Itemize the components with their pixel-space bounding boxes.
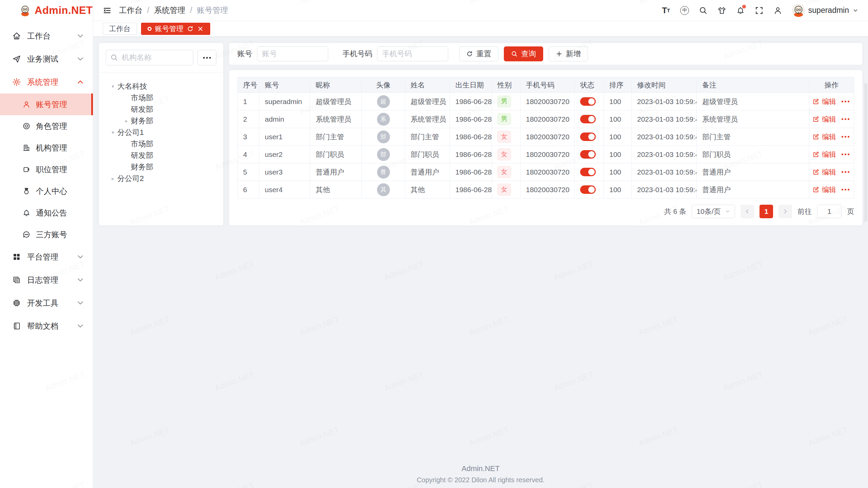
status-toggle[interactable] [580, 115, 596, 123]
caret-right-icon[interactable]: ▸ [108, 176, 117, 182]
breadcrumb-item[interactable]: 系统管理 [154, 5, 185, 16]
menu-item-dev-tools[interactable]: 开发工具 [0, 291, 93, 314]
tree-node[interactable]: 市场部 [106, 92, 216, 104]
row-more-button[interactable] [840, 187, 851, 192]
font-size-icon[interactable]: TT [662, 6, 671, 15]
edit-button[interactable]: 编辑 [812, 115, 836, 124]
tab-account-management[interactable]: 账号管理 [141, 23, 210, 35]
brand-name: Admin.NET [35, 4, 93, 17]
account-input[interactable] [257, 46, 328, 61]
edit-button[interactable]: 编辑 [812, 132, 836, 142]
submenu-label: 三方账号 [36, 229, 67, 240]
gender-badge: 女 [497, 166, 511, 178]
edit-icon [812, 98, 820, 105]
status-toggle[interactable] [580, 185, 596, 194]
tree-more-button[interactable] [197, 50, 216, 65]
tab-workbench[interactable]: 工作台 [103, 23, 137, 35]
tree-node-label: 分公司2 [117, 174, 144, 184]
menu-item-help-docs[interactable]: 帮助文档 [0, 314, 93, 338]
tree-node[interactable]: 研发部 [106, 104, 216, 115]
breadcrumb-item[interactable]: 工作台 [119, 5, 142, 16]
notification-icon[interactable] [736, 6, 745, 15]
edit-button[interactable]: 编辑 [812, 150, 836, 159]
edit-button[interactable]: 编辑 [812, 185, 836, 195]
status-toggle[interactable] [580, 97, 596, 106]
search-icon[interactable] [699, 6, 708, 15]
main-column: 工作台 / 系统管理 / 账号管理 TT 中 [93, 0, 868, 488]
submenu-item-org-management[interactable]: 机构管理 [0, 137, 93, 159]
menu-item-workbench[interactable]: 工作台 [0, 24, 93, 47]
current-page-button[interactable]: 1 [760, 205, 773, 218]
footer-title: Admin.NET [93, 464, 868, 473]
cell-nickname: 超级管理员 [310, 93, 362, 110]
user-menu[interactable]: superadmin [792, 4, 859, 17]
menu-item-platform-management[interactable]: 平台管理 [0, 245, 93, 268]
caret-right-icon[interactable]: ▸ [122, 118, 131, 124]
cell-birth: 1986-06-28 [450, 181, 492, 199]
edit-button[interactable]: 编辑 [812, 167, 836, 177]
sidebar: Admin.NET 工作台 业务测试 系统管理 账号管理 [0, 0, 93, 488]
gender-badge: 女 [497, 131, 511, 143]
accounts-table: 序号 账号 昵称 头像 姓名 出生日期 性别 手机号码 状态 排序 修改时间 [237, 77, 854, 199]
row-more-button[interactable] [840, 117, 851, 121]
profile-icon[interactable] [773, 6, 783, 15]
logo[interactable]: Admin.NET [0, 0, 93, 21]
status-toggle[interactable] [580, 133, 596, 141]
submenu-item-position-management[interactable]: 职位管理 [0, 159, 93, 180]
row-more-button[interactable] [840, 99, 851, 104]
tree-node[interactable]: ▾大名科技 [106, 81, 216, 92]
goto-page-input[interactable] [817, 205, 842, 218]
submenu-item-account-management[interactable]: 账号管理 [0, 94, 93, 115]
caret-down-icon[interactable]: ▾ [108, 129, 117, 136]
tree-node-label: 研发部 [131, 104, 153, 115]
submenu-item-notice[interactable]: 通知公告 [0, 202, 93, 224]
add-button[interactable]: 新增 [549, 46, 588, 61]
tree-node[interactable]: 市场部 [106, 138, 216, 150]
gender-badge: 男 [497, 113, 511, 125]
row-more-button[interactable] [840, 135, 851, 139]
edit-button[interactable]: 编辑 [812, 97, 836, 106]
page-size-select[interactable]: 10条/页 [692, 205, 735, 218]
next-page-button[interactable] [778, 205, 792, 218]
tree-node[interactable]: ▾分公司1 [106, 127, 216, 138]
reset-button[interactable]: 重置 [459, 46, 498, 61]
menu-item-business-test[interactable]: 业务测试 [0, 47, 93, 70]
submenu-item-personal-center[interactable]: 个人中心 [0, 180, 93, 202]
row-more-button[interactable] [840, 152, 851, 157]
cell-name: 超级管理员 [405, 93, 450, 110]
phone-input[interactable] [377, 46, 448, 61]
collapse-menu-icon[interactable] [103, 6, 112, 15]
theme-icon[interactable] [717, 6, 727, 15]
personal-icon [22, 187, 31, 195]
menu-item-log-management[interactable]: 日志管理 [0, 268, 93, 291]
user-icon [22, 100, 31, 108]
breadcrumb-separator: / [147, 6, 149, 15]
submenu-item-role-management[interactable]: 角色管理 [0, 115, 93, 137]
language-icon[interactable]: 中 [680, 6, 689, 15]
prev-page-button[interactable] [741, 205, 754, 218]
org-search-input[interactable] [106, 50, 193, 65]
tree-node[interactable]: 财务部 [106, 161, 216, 173]
tree-node[interactable]: ▸财务部 [106, 115, 216, 127]
row-more-button[interactable] [840, 170, 851, 174]
status-toggle[interactable] [580, 168, 596, 176]
reset-label: 重置 [476, 49, 491, 59]
caret-down-icon[interactable]: ▾ [108, 83, 117, 89]
fullscreen-icon[interactable] [755, 6, 764, 15]
cell-sort: 100 [604, 110, 632, 128]
chevron-down-icon [76, 299, 85, 307]
query-button[interactable]: 查询 [504, 46, 543, 61]
scrollbar-thumb[interactable] [864, 83, 867, 222]
submenu-item-thirdparty-account[interactable]: 三方账号 [0, 224, 93, 245]
table-row: 6 user4 其他 其 其他 1986-06-28 女 18020030720… [238, 181, 854, 199]
col-nickname: 昵称 [310, 77, 362, 93]
tree-node[interactable]: 研发部 [106, 150, 216, 161]
role-icon [22, 122, 31, 130]
close-icon[interactable] [197, 25, 204, 32]
table-row: 3 user1 部门主管 部 部门主管 1986-06-28 女 1802003… [238, 128, 854, 146]
menu-item-system-management[interactable]: 系统管理 [0, 70, 93, 94]
refresh-icon[interactable] [187, 25, 194, 32]
status-toggle[interactable] [580, 150, 596, 159]
tree-node[interactable]: ▸分公司2 [106, 173, 216, 184]
cell-sort: 100 [604, 163, 632, 181]
